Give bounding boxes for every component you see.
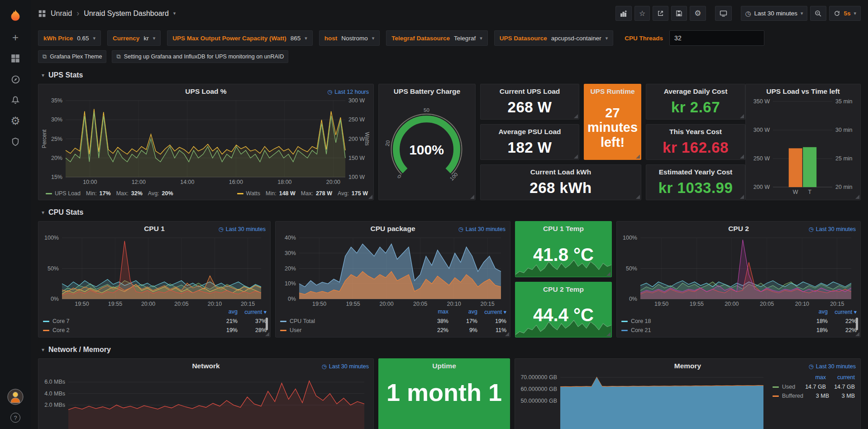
panel-resize-handle[interactable] <box>505 332 509 336</box>
panel-title[interactable]: Average PSU Load <box>481 125 579 136</box>
cpu-threads-input[interactable] <box>669 30 764 46</box>
time-badge: ◷ Last 30 minutes <box>322 363 369 370</box>
legend-series[interactable]: Core 2118%22% <box>621 326 857 335</box>
legend-scrollbar[interactable] <box>856 318 858 330</box>
variable-currency[interactable]: Currency kr ▾ <box>107 30 161 46</box>
time-badge: ◷ Last 30 minutes <box>219 226 266 232</box>
panel-title[interactable]: Current UPS Load <box>481 84 579 96</box>
legend-series[interactable]: Buffered3 MB3 MB <box>773 391 855 400</box>
dashboard-title[interactable]: Unraid System Dashboard <box>84 10 169 18</box>
time-range-picker[interactable]: ◷ Last 30 minutes ▾ <box>741 6 808 21</box>
panel-resize-handle[interactable] <box>740 114 744 118</box>
panel-resize-handle[interactable] <box>606 272 610 276</box>
caret-down-icon[interactable]: ▾ <box>173 10 176 16</box>
svg-text:2.0 MBs: 2.0 MBs <box>44 402 65 408</box>
svg-text:19:50: 19:50 <box>312 301 326 307</box>
network-chart[interactable]: 2.0 MBs4.0 MBs6.0 MBs <box>40 372 371 429</box>
variable-telegraf-datasource[interactable]: Telegraf Datasource Telegraf ▾ <box>386 30 487 46</box>
zoom-out-button[interactable] <box>810 6 826 21</box>
panel-title[interactable]: Estimated Yearly Cost <box>646 165 745 176</box>
panel-resize-handle[interactable] <box>855 332 859 336</box>
user-avatar[interactable] <box>5 386 26 407</box>
svg-text:16:00: 16:00 <box>229 179 243 185</box>
memory-chart[interactable]: 50.000000 GB60.000000 GB70.000000 GB <box>517 372 770 429</box>
row-header-network-memory[interactable]: ▾ Network / Memory <box>38 341 861 358</box>
cpu2-chart[interactable]: 19:5019:5520:0020:0520:1020:150%50%100% <box>619 235 858 308</box>
dashboard-settings-button[interactable]: ⚙ <box>690 6 706 21</box>
panel-resize-handle[interactable] <box>574 114 578 118</box>
panel-title[interactable]: UPS Battery Charge <box>379 84 475 96</box>
create-button[interactable]: + <box>5 27 26 48</box>
panel-resize-handle[interactable] <box>855 195 859 199</box>
row-header-ups-stats[interactable]: ▾ UPS Stats <box>38 67 861 84</box>
panel-resize-handle[interactable] <box>368 195 372 199</box>
panel-resize-handle[interactable] <box>636 195 640 199</box>
alerting-button[interactable] <box>5 90 26 111</box>
legend-series[interactable]: UPS LoadMin:17%Max:32%Avg:20% <box>46 190 173 197</box>
panel-title[interactable]: Uptime <box>379 359 510 370</box>
legend-series[interactable]: Used14.7 GB14.7 GB <box>773 382 855 391</box>
legend-series[interactable]: WattsMin:148 WMax:278 WAvg:175 W <box>237 190 368 197</box>
breadcrumb-app[interactable]: Unraid <box>51 10 72 18</box>
panel-title[interactable]: This Years Cost <box>646 125 745 136</box>
row-header-cpu-stats[interactable]: ▾ CPU Stats <box>38 204 861 221</box>
ups-bars-chart[interactable]: 200 W250 W300 W350 W20 min25 min30 min35… <box>748 98 858 196</box>
panel-title[interactable]: CPU 2 Temp <box>515 282 611 294</box>
share-button[interactable] <box>653 6 668 21</box>
explore-button[interactable] <box>5 69 26 90</box>
svg-text:20:00: 20:00 <box>141 301 155 307</box>
cpu-package-chart[interactable]: 19:5019:5520:0020:0520:1020:150%10%20%30… <box>277 235 507 308</box>
variable-value[interactable]: Telegraf <box>454 35 476 42</box>
grafana-logo-icon[interactable] <box>5 5 26 27</box>
bell-icon <box>11 96 20 105</box>
legend-series[interactable]: Core 219%28% <box>43 326 267 335</box>
variable-value[interactable]: kr <box>143 35 148 42</box>
variable-host[interactable]: host Nostromo ▾ <box>319 30 380 46</box>
svg-text:20 min: 20 min <box>835 184 853 190</box>
legend-series[interactable]: User22%9%11% <box>280 326 506 335</box>
panel-resize-handle[interactable] <box>636 154 640 159</box>
legend-series[interactable]: Core 721%37% <box>43 317 267 326</box>
panel-cpu1-temp: CPU 1 Temp 41.8 °C <box>515 221 612 277</box>
refresh-picker[interactable]: 5s ▾ <box>829 6 861 21</box>
legend-series[interactable]: CPU Total38%17%19% <box>280 317 506 326</box>
save-button[interactable] <box>671 6 687 21</box>
link-ups-monitoring-guide[interactable]: ⧉ Setting up Grafana and InfluxDB for UP… <box>112 50 288 63</box>
cpu1-chart[interactable]: 19:5019:5520:0020:0520:1020:150%50%100% <box>40 235 267 308</box>
battery-gauge[interactable]: 02050100100% <box>381 100 472 195</box>
panel-resize-handle[interactable] <box>470 195 474 199</box>
panel-title[interactable]: UPS Load % <box>38 84 373 96</box>
star-button[interactable]: ☆ <box>634 6 650 21</box>
variable-value[interactable]: 865 <box>291 35 301 42</box>
add-panel-button[interactable] <box>615 6 632 21</box>
panel-resize-handle[interactable] <box>740 154 744 159</box>
cycle-view-button[interactable] <box>715 6 732 21</box>
panel-resize-handle[interactable] <box>606 332 610 336</box>
panel-title[interactable]: Current Load kWh <box>481 165 641 176</box>
panel-title[interactable]: UPS Runtime <box>584 84 641 96</box>
panel-title[interactable]: CPU 1 Temp <box>515 222 611 233</box>
variable-value[interactable]: apcupsd-container <box>551 35 601 42</box>
variable-ups-datasource[interactable]: UPS Datasource apcupsd-container ▾ <box>494 30 614 46</box>
ups-load-chart[interactable]: 10:0012:0014:0016:0018:0020:0015%20%25%3… <box>40 98 371 186</box>
panel-title[interactable]: Average Daily Cost <box>646 84 745 96</box>
variable-value[interactable]: 0.65 <box>77 35 89 42</box>
panel-resize-handle[interactable] <box>265 332 269 336</box>
server-admin-button[interactable] <box>5 131 26 152</box>
svg-text:4.0 MBs: 4.0 MBs <box>44 390 65 397</box>
share-icon <box>657 10 664 17</box>
panel-resize-handle[interactable] <box>574 154 578 159</box>
legend-scrollbar[interactable] <box>266 318 268 330</box>
configuration-button[interactable]: ⚙ <box>5 111 26 131</box>
legend-series[interactable]: Core 1818%22% <box>621 317 857 326</box>
help-button[interactable]: ? <box>10 413 20 423</box>
variable-kwh-price[interactable]: kWh Price 0.65 ▾ <box>38 30 101 46</box>
panel-title[interactable]: UPS Load vs Time left <box>746 84 860 96</box>
variable-ups-max-output[interactable]: UPS Max Output Power Capacity (Watt) 865… <box>167 30 313 46</box>
link-grafana-plex-theme[interactable]: ⧉ Grafana Plex Theme <box>38 50 106 63</box>
panel-resize-handle[interactable] <box>740 195 744 199</box>
dashboards-button[interactable] <box>5 48 26 69</box>
row-title: UPS Stats <box>48 71 83 79</box>
svg-text:0%: 0% <box>288 296 296 302</box>
variable-value[interactable]: Nostromo <box>341 35 368 42</box>
